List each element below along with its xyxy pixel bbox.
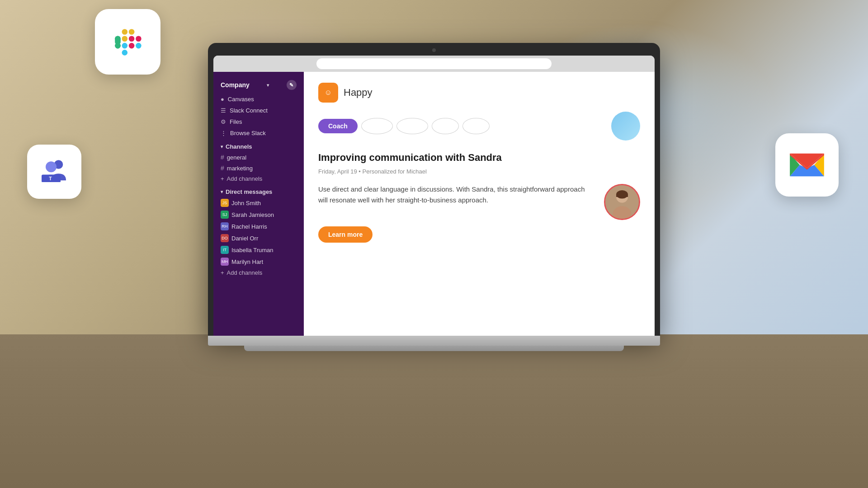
article-text: Use direct and clear language in discuss… — [318, 184, 595, 206]
sidebar-company-arrow: ▾ — [267, 83, 269, 88]
slack-connect-icon: ☰ — [221, 107, 226, 114]
svg-rect-11 — [115, 42, 121, 48]
svg-rect-9 — [136, 36, 142, 42]
tab-circle-blue — [611, 112, 640, 141]
svg-text:T: T — [49, 175, 52, 181]
add-channels-button[interactable]: + Add channels — [213, 174, 304, 184]
laptop-foot — [244, 346, 624, 351]
url-bar[interactable] — [316, 58, 552, 69]
dm-avatar-rachel: RH — [221, 222, 229, 230]
learn-more-label: Learn more — [328, 231, 363, 238]
add-dm-label: Add channels — [227, 269, 263, 276]
channel-marketing-label: marketing — [227, 165, 253, 172]
article-meta: Friday, April 19 • Personalized for Mich… — [318, 168, 640, 175]
dm-section-label: Direct messages — [226, 188, 272, 195]
teams-app-icon[interactable]: T — [27, 145, 81, 199]
add-channels-icon: + — [221, 175, 224, 182]
dm-sarah-label: Sarah Jamieson — [231, 211, 274, 218]
article-avatar — [604, 184, 640, 220]
dm-avatar-john: JS — [221, 199, 229, 207]
screen-content: Company ▾ ✎ ● Canvases ☰ Slack Connect — [213, 72, 655, 336]
tab-bubble-3[interactable] — [432, 118, 459, 134]
hash-icon-general: # — [221, 154, 224, 161]
add-dm-button[interactable]: + Add channels — [213, 267, 304, 278]
channels-arrow: ▾ — [221, 144, 223, 149]
hash-icon-marketing: # — [221, 164, 224, 172]
sidebar-item-slack-connect-label: Slack Connect — [230, 107, 268, 114]
tab-bubble-2[interactable] — [396, 118, 428, 134]
dm-avatar-daniel: DO — [221, 234, 229, 242]
sidebar-item-slack-connect[interactable]: ☰ Slack Connect — [213, 105, 304, 116]
canvases-icon: ● — [221, 96, 224, 103]
dm-arrow: ▾ — [221, 189, 223, 194]
article-body: Use direct and clear language in discuss… — [318, 184, 595, 243]
dm-sarah-jamieson[interactable]: SJ Sarah Jamieson — [213, 209, 304, 221]
main-content: ☺ Happy Coach — [304, 72, 655, 336]
article-title: Improving communication with Sandra — [318, 151, 640, 164]
dm-daniel-orr[interactable]: DO Daniel Orr — [213, 232, 304, 244]
dm-john-smith[interactable]: JS John Smith — [213, 197, 304, 209]
dm-marilyn-hart[interactable]: MH Marilyn Hart — [213, 256, 304, 267]
svg-rect-5 — [128, 36, 134, 42]
sidebar-company[interactable]: Company ▾ ✎ — [213, 76, 304, 94]
sidebar-item-files[interactable]: ⚙ Files — [213, 116, 304, 127]
dm-isabella-truman[interactable]: IT Isabella Truman — [213, 244, 304, 256]
gmail-app-icon[interactable] — [775, 133, 839, 197]
sidebar-edit-button[interactable]: ✎ — [287, 80, 297, 90]
dm-avatar-sarah: SJ — [221, 211, 229, 219]
tab-bar: Coach — [318, 112, 640, 141]
svg-rect-3 — [128, 29, 134, 35]
laptop-bezel: Company ▾ ✎ ● Canvases ☰ Slack Connect — [208, 43, 660, 336]
add-channels-label: Add channels — [227, 175, 263, 182]
dm-section-header[interactable]: ▾ Direct messages — [213, 184, 304, 197]
svg-rect-12 — [136, 42, 142, 48]
happy-logo: ☺ — [318, 83, 338, 103]
add-dm-icon: + — [221, 269, 224, 276]
svg-text:☺: ☺ — [325, 89, 332, 96]
files-icon: ⚙ — [221, 118, 226, 125]
happy-app-title: Happy — [344, 87, 373, 99]
dm-rachel-harris[interactable]: RH Rachel Harris — [213, 221, 304, 232]
svg-rect-6 — [128, 42, 134, 48]
laptop-camera — [432, 48, 436, 52]
sidebar-company-label: Company — [221, 81, 250, 89]
sidebar-item-files-label: Files — [230, 118, 242, 125]
channel-general-label: general — [227, 154, 246, 161]
dm-marilyn-label: Marilyn Hart — [231, 258, 263, 265]
svg-rect-7 — [122, 42, 127, 48]
sidebar-item-browse-slack[interactable]: ⋮ Browse Slack — [213, 127, 304, 139]
laptop-base — [208, 336, 660, 346]
svg-rect-29 — [616, 194, 628, 197]
svg-point-14 — [46, 161, 57, 172]
svg-rect-4 — [122, 36, 127, 42]
tab-bubble-4[interactable] — [462, 118, 490, 134]
dm-daniel-label: Daniel Orr — [231, 235, 258, 242]
channels-section-header[interactable]: ▾ Channels — [213, 139, 304, 152]
tab-coach-label: Coach — [328, 122, 348, 130]
sidebar-item-browse-slack-label: Browse Slack — [230, 130, 266, 136]
sidebar: Company ▾ ✎ ● Canvases ☰ Slack Connect — [213, 72, 304, 336]
dm-avatar-marilyn: MH — [221, 258, 229, 266]
slack-app-icon[interactable] — [95, 9, 160, 75]
desk — [0, 334, 868, 488]
article-body-area: Use direct and clear language in discuss… — [318, 184, 640, 243]
sidebar-channel-general[interactable]: # general — [213, 152, 304, 163]
dm-rachel-label: Rachel Harris — [231, 223, 267, 230]
tab-coach[interactable]: Coach — [318, 119, 358, 133]
url-bar-area — [213, 56, 655, 72]
svg-rect-2 — [122, 29, 127, 35]
svg-rect-8 — [122, 50, 127, 56]
dm-avatar-isabella: IT — [221, 246, 229, 254]
browse-slack-icon: ⋮ — [221, 130, 226, 136]
channels-section-label: Channels — [226, 143, 252, 150]
dm-isabella-label: Isabella Truman — [231, 247, 274, 253]
svg-rect-10 — [115, 36, 121, 42]
learn-more-button[interactable]: Learn more — [318, 226, 373, 243]
sidebar-channel-marketing[interactable]: # marketing — [213, 163, 304, 174]
dm-john-label: John Smith — [231, 200, 261, 206]
laptop-screen: Company ▾ ✎ ● Canvases ☰ Slack Connect — [213, 56, 655, 336]
sidebar-item-canvases[interactable]: ● Canvases — [213, 94, 304, 105]
laptop: Company ▾ ✎ ● Canvases ☰ Slack Connect — [208, 43, 660, 351]
tab-bubble-1[interactable] — [361, 118, 393, 134]
happy-app-header: ☺ Happy — [318, 83, 640, 103]
